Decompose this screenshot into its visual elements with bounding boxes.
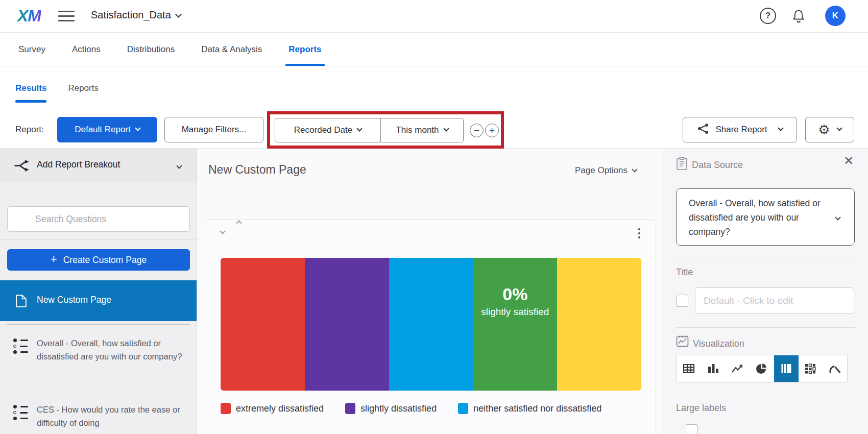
- bullet-list-icon: [13, 339, 28, 356]
- page-options-dropdown[interactable]: Page Options: [575, 165, 637, 176]
- notifications-bell-icon[interactable]: [792, 9, 805, 26]
- divider: [676, 327, 855, 328]
- title-input[interactable]: [695, 287, 854, 314]
- manage-filters-button[interactable]: Manage Filters...: [164, 117, 263, 142]
- bar-segment[interactable]: [305, 258, 389, 391]
- legend-swatch: [458, 403, 468, 414]
- visualization-label: Visualization: [693, 339, 744, 349]
- add-report-breakout[interactable]: Add Report Breakout: [0, 149, 197, 182]
- chevron-down-icon: [357, 126, 363, 131]
- survey-name-dropdown[interactable]: Satisfaction_Data: [91, 9, 181, 21]
- create-custom-page-button[interactable]: + Create Custom Page: [7, 249, 190, 271]
- legend-swatch: [345, 403, 355, 414]
- breakout-label: Add Report Breakout: [37, 159, 120, 170]
- widget-menu-icon[interactable]: [638, 228, 640, 240]
- divider: [7, 324, 189, 325]
- chevron-down-icon: [175, 11, 182, 18]
- bullet-list-icon: [13, 405, 28, 423]
- legend-swatch: [221, 403, 231, 414]
- stacked-bar: 0%slightly satisfied: [221, 258, 641, 391]
- chevron-down-icon: [176, 163, 182, 168]
- report-settings-dropdown[interactable]: ⚙: [805, 117, 854, 142]
- chevron-down-icon: [632, 166, 637, 172]
- date-filter-group: Recorded Date This month: [275, 118, 464, 142]
- search-questions-input[interactable]: [7, 206, 190, 232]
- settings-panel: Data Source ✕ Overall - Overall, how sat…: [662, 149, 868, 434]
- report-toolbar: Report: Default Report Manage Filters...…: [0, 111, 868, 149]
- main-nav: Survey Actions Distributions Data & Anal…: [0, 33, 868, 66]
- page-icon: [15, 294, 27, 310]
- large-labels-label: Large labels: [676, 403, 726, 414]
- sidebar-item-new-custom-page[interactable]: New Custom Page: [0, 280, 197, 321]
- data-source-label: Data Source: [692, 160, 743, 171]
- bar-chart-icon[interactable]: [701, 355, 726, 382]
- visualization-icon: [676, 335, 689, 349]
- gear-icon: ⚙: [818, 123, 830, 136]
- clipboard-icon: [676, 157, 688, 173]
- chevron-down-icon: [778, 125, 783, 131]
- user-avatar[interactable]: K: [825, 6, 846, 26]
- subtab-reports[interactable]: Reports: [68, 83, 99, 94]
- segment-data-label: 0%slightly satisfied: [473, 284, 557, 318]
- stacked-bar-icon[interactable]: [774, 355, 799, 382]
- chart-legend: extremely dissatisfiedslightly dissatisf…: [221, 403, 601, 414]
- page-title: New Custom Page: [208, 163, 306, 177]
- title-label: Title: [676, 267, 693, 278]
- move-up-icon[interactable]: [236, 220, 242, 226]
- main-area: New Custom Page Page Options 0%slightly …: [198, 149, 661, 434]
- table-icon[interactable]: [677, 355, 701, 382]
- share-icon: [697, 123, 709, 137]
- divider: [0, 239, 197, 239]
- legend-item: extremely dissatisfied: [221, 403, 324, 414]
- add-filter-button[interactable]: +: [485, 124, 499, 137]
- bar-segment[interactable]: [557, 258, 641, 391]
- large-labels-checkbox[interactable]: [686, 424, 698, 434]
- line-chart-icon[interactable]: [725, 355, 750, 382]
- legend-item: neither satisfied nor dissatisfied: [458, 403, 601, 414]
- remove-filter-button[interactable]: −: [470, 124, 484, 137]
- chevron-down-icon: [443, 126, 449, 131]
- question-label: Overall - Overall, how satisfied or diss…: [37, 336, 186, 363]
- tab-reports[interactable]: Reports: [288, 33, 321, 66]
- divider: [676, 257, 855, 257]
- legend-item: slightly dissatisfied: [345, 403, 437, 414]
- breakout-split-icon: [13, 159, 30, 175]
- left-sidebar: Add Report Breakout + Create Custom Page…: [0, 149, 197, 434]
- data-source-dropdown[interactable]: Overall - Overall, how satisfied or diss…: [676, 188, 855, 246]
- tab-distributions[interactable]: Distributions: [127, 33, 175, 66]
- visualization-widget: 0%slightly satisfied extremely dissatisf…: [206, 220, 656, 434]
- hamburger-menu-icon[interactable]: [58, 11, 75, 25]
- title-checkbox[interactable]: [676, 295, 688, 307]
- chevron-down-icon: [836, 125, 842, 131]
- subtab-results[interactable]: Results: [15, 83, 46, 94]
- date-range-dropdown[interactable]: This month: [381, 118, 464, 142]
- help-icon[interactable]: ?: [760, 8, 776, 24]
- bar-segment[interactable]: [221, 258, 305, 391]
- bar-segment[interactable]: 0%slightly satisfied: [473, 258, 557, 391]
- plus-icon: +: [51, 253, 57, 266]
- close-icon[interactable]: ✕: [843, 155, 854, 167]
- report-label: Report:: [15, 125, 44, 135]
- bar-segment[interactable]: [389, 258, 473, 391]
- question-label: CES - How would you rate the ease or dif…: [37, 403, 186, 429]
- move-down-icon[interactable]: [220, 228, 225, 234]
- default-report-dropdown[interactable]: Default Report: [57, 117, 157, 142]
- pie-chart-icon[interactable]: [750, 355, 774, 382]
- visualization-selector: [676, 355, 848, 382]
- share-report-dropdown[interactable]: Share Report: [683, 117, 797, 142]
- chevron-down-icon: [135, 125, 140, 131]
- tab-data-analysis[interactable]: Data & Analysis: [201, 33, 262, 66]
- tab-actions[interactable]: Actions: [72, 33, 101, 66]
- data-table-icon[interactable]: [799, 355, 823, 382]
- xm-logo: XM: [17, 7, 41, 26]
- chevron-down-icon: [835, 214, 840, 220]
- gauge-icon[interactable]: [823, 355, 847, 382]
- content-area: Add Report Breakout + Create Custom Page…: [0, 149, 868, 434]
- date-field-dropdown[interactable]: Recorded Date: [275, 118, 381, 142]
- reports-subnav: Results Reports: [0, 66, 868, 111]
- tab-survey[interactable]: Survey: [18, 33, 45, 66]
- top-bar: XM Satisfaction_Data ? K: [0, 0, 868, 33]
